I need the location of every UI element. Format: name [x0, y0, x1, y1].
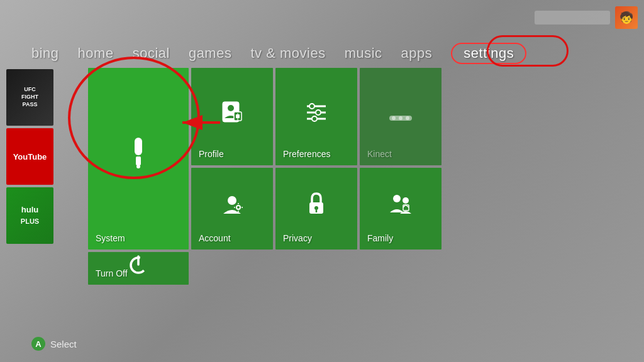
xbox-icon — [126, 136, 151, 177]
tile-profile[interactable]: Profile — [191, 68, 273, 165]
svg-point-16 — [392, 116, 396, 120]
tile-turnoff-label: Turn Off — [96, 268, 128, 278]
tile-account-label: Account — [199, 233, 231, 243]
svg-point-30 — [393, 195, 401, 202]
svg-point-18 — [406, 116, 409, 120]
tile-account[interactable]: Account — [191, 168, 273, 250]
tile-preferences[interactable]: Preferences — [275, 68, 357, 165]
nav-music[interactable]: music — [345, 45, 382, 62]
svg-point-13 — [316, 110, 321, 115]
tile-profile-label: Profile — [199, 149, 224, 159]
tile-system[interactable]: System — [88, 68, 189, 250]
kinect-icon — [389, 102, 413, 126]
svg-point-31 — [402, 197, 409, 204]
profile-icon — [220, 101, 244, 128]
nav-bing[interactable]: bing — [31, 45, 59, 62]
svg-point-5 — [228, 105, 234, 111]
nav-social[interactable]: social — [133, 45, 170, 62]
tile-privacy[interactable]: Privacy — [275, 168, 357, 250]
tile-privacy-label: Privacy — [283, 233, 312, 243]
account-icon — [220, 192, 244, 220]
sidebar-youtube[interactable]: YouTube — [6, 128, 53, 185]
a-button-indicator: A — [31, 337, 45, 351]
privacy-icon — [307, 192, 326, 220]
svg-rect-1 — [136, 156, 141, 165]
tile-system-label: System — [96, 233, 125, 243]
bottom-hint: A Select — [31, 337, 77, 351]
tile-family-label: Family — [367, 233, 393, 243]
svg-point-14 — [312, 116, 317, 121]
nav-tv-movies[interactable]: tv & movies — [250, 45, 325, 62]
tile-preferences-label: Preferences — [283, 149, 330, 159]
nav-home[interactable]: home — [78, 45, 114, 62]
sidebar: UFCFIGHTPASS YouTube huluPLUS — [6, 69, 53, 244]
select-hint-label: Select — [50, 339, 77, 349]
svg-rect-0 — [135, 138, 142, 155]
nav-games[interactable]: games — [189, 45, 232, 62]
avatar: 🧒 — [615, 6, 638, 29]
preferences-icon — [304, 102, 328, 127]
svg-point-2 — [136, 165, 140, 168]
svg-point-17 — [399, 116, 402, 120]
settings-grid: System Profile — [88, 68, 441, 285]
svg-point-12 — [309, 104, 314, 109]
top-bar: 🧒 — [535, 6, 638, 29]
tile-kinect-label: Kinect — [367, 149, 392, 159]
svg-point-19 — [228, 196, 236, 205]
sidebar-ufc[interactable]: UFCFIGHTPASS — [6, 69, 53, 126]
nav-apps[interactable]: apps — [401, 45, 433, 62]
tile-family[interactable]: Family — [360, 168, 441, 250]
sidebar-hulu[interactable]: huluPLUS — [6, 187, 53, 244]
tile-kinect[interactable]: Kinect — [360, 68, 441, 165]
nav-settings[interactable]: settings — [451, 43, 526, 64]
tile-turnoff[interactable]: Turn Off — [88, 252, 189, 285]
search-bar[interactable] — [535, 11, 610, 25]
svg-point-28 — [314, 206, 318, 210]
power-icon — [126, 252, 150, 280]
family-icon — [388, 192, 413, 220]
